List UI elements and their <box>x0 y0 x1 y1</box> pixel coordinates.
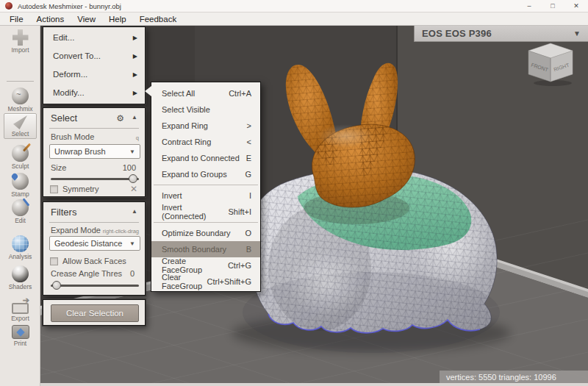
clear-selection-button[interactable]: Clear Selection <box>51 304 139 322</box>
edit-icon <box>12 199 29 216</box>
size-slider[interactable] <box>51 174 139 183</box>
window-bottom-edge <box>40 383 588 386</box>
collapse-panel-icon[interactable]: ▲ <box>132 114 137 121</box>
brush-mode-dropdown[interactable]: Unwrap Brush ▼ <box>49 144 140 159</box>
sidebar-tool-select[interactable]: Select <box>4 113 37 139</box>
menu-item-select-visible[interactable]: Select Visible <box>151 101 260 118</box>
divider <box>49 222 139 223</box>
divider <box>49 128 139 129</box>
crease-angle-slider[interactable] <box>51 281 139 290</box>
tool-menu-edit[interactable]: Edit... ▶ <box>43 29 145 47</box>
sidebar-divider <box>7 81 34 82</box>
title-bar: Autodesk Meshmixer - bunnyr.obj – □ ✕ <box>0 0 588 12</box>
menu-item-select-all[interactable]: Select AllCtrl+A <box>151 85 260 101</box>
symmetry-checkbox[interactable] <box>50 185 58 193</box>
menu-item-clear-facegroup[interactable]: Clear FaceGroupCtrl+Shift+G <box>151 274 260 290</box>
brush-mode-hotkey: q <box>136 135 139 141</box>
printer-selector[interactable]: EOS EOS P396 ▼ <box>414 25 588 42</box>
window-title: Autodesk Meshmixer - bunnyr.obj <box>18 2 121 10</box>
select-tool-menu-panel: Edit... ▶ Convert To... ▶ Deform... ▶ Mo… <box>43 26 146 104</box>
import-icon <box>12 29 29 46</box>
filters-panel-title: Filters <box>51 207 76 218</box>
menu-item-invert-connected[interactable]: Invert (Connected)Shift+I <box>151 204 260 220</box>
tool-sidebar: Import ~ Meshmix Select Sculpt Stamp Edi… <box>0 26 40 386</box>
sculpt-icon <box>12 145 29 162</box>
expand-mode-hint: right-click-drag <box>103 228 139 235</box>
menu-divider <box>154 185 258 185</box>
menu-feedback[interactable]: Feedback <box>133 12 184 26</box>
submenu-arrow-icon: ▶ <box>133 47 137 65</box>
tool-menu-modify[interactable]: Modify... ▶ <box>43 84 145 102</box>
minimize-button[interactable]: – <box>517 0 541 12</box>
menu-item-invert[interactable]: InvertI <box>151 187 260 204</box>
select-panel: Select ⚙ ▲ Brush Mode q Unwrap Brush ▼ S… <box>43 107 146 197</box>
allow-back-faces-label: Allow Back Faces <box>62 257 126 265</box>
crease-angle-slider-knob[interactable] <box>52 281 61 290</box>
collapse-panel-icon[interactable]: ▲ <box>132 208 137 215</box>
analysis-icon <box>12 235 29 252</box>
select-panel-title: Select <box>51 112 77 124</box>
stamp-icon <box>12 173 29 190</box>
sidebar-tool-export[interactable]: Export <box>0 298 40 322</box>
chevron-down-icon: ▼ <box>573 29 581 37</box>
sidebar-tool-import[interactable]: Import <box>0 29 40 54</box>
crease-angle-label: Crease Angle Thres <box>51 269 122 278</box>
gear-icon[interactable]: ⚙ <box>116 113 124 124</box>
expand-mode-label: Expand Mode <box>51 226 101 235</box>
crease-angle-value: 0 <box>130 269 135 278</box>
size-value: 100 <box>123 163 136 172</box>
sidebar-tool-sculpt[interactable]: Sculpt <box>0 145 40 170</box>
sidebar-tool-edit[interactable]: Edit <box>0 199 40 224</box>
menu-item-contract-ring[interactable]: Contract Ring< <box>151 134 260 150</box>
close-button[interactable]: ✕ <box>564 0 588 12</box>
menu-file[interactable]: File <box>3 12 30 26</box>
menu-item-expand-to-connected[interactable]: Expand to ConnectedE <box>151 150 260 166</box>
sidebar-tool-stamp[interactable]: Stamp <box>0 173 40 198</box>
modify-context-menu: Select AllCtrl+A Select Visible Expand R… <box>151 82 261 292</box>
sidebar-tool-print[interactable]: Print <box>0 325 40 347</box>
print-icon <box>12 325 29 339</box>
mesh-stats-badge: vertices: 5550 triangles: 10996 <box>440 371 588 383</box>
mesh-stats-text: vertices: 5550 triangles: 10996 <box>446 373 556 382</box>
menu-item-expand-ring[interactable]: Expand Ring> <box>151 118 260 134</box>
submenu-arrow-icon: ▶ <box>133 65 137 84</box>
shaders-icon <box>12 265 29 282</box>
submenu-arrow-icon: ▶ <box>133 84 137 102</box>
size-label: Size <box>51 163 66 172</box>
menu-item-smooth-boundary[interactable]: Smooth BoundaryB <box>151 241 260 257</box>
clear-selection-panel: Clear Selection <box>43 299 146 326</box>
export-icon <box>12 303 29 314</box>
symmetry-label: Symmetry <box>62 185 99 193</box>
brush-mode-label: Brush Mode <box>51 132 94 141</box>
sidebar-tool-analysis[interactable]: Analysis <box>0 235 40 260</box>
expand-mode-dropdown[interactable]: Geodesic Distance ▼ <box>49 236 140 251</box>
printer-name: EOS EOS P396 <box>422 28 492 39</box>
menu-help[interactable]: Help <box>102 12 133 26</box>
submenu-connector-notch <box>145 86 151 96</box>
select-arrow-icon <box>13 115 27 129</box>
tool-menu-deform[interactable]: Deform... ▶ <box>43 65 145 84</box>
chevron-down-icon: ▼ <box>129 149 135 155</box>
symmetry-clear-icon[interactable]: ✕ <box>130 184 137 194</box>
menu-view[interactable]: View <box>71 12 102 26</box>
view-cube[interactable]: FRONT RIGHT <box>526 42 575 89</box>
menu-bar: File Actions View Help Feedback <box>0 12 588 26</box>
tool-menu-convert-to[interactable]: Convert To... ▶ <box>43 47 145 65</box>
menu-item-create-facegroup[interactable]: Create FaceGroupCtrl+G <box>151 257 260 274</box>
sidebar-tool-meshmix[interactable]: ~ Meshmix <box>0 87 40 112</box>
menu-actions[interactable]: Actions <box>30 12 71 26</box>
menu-item-optimize-boundary[interactable]: Optimize BoundaryO <box>151 225 260 241</box>
size-slider-knob[interactable] <box>129 174 137 183</box>
app-logo-icon <box>5 2 12 10</box>
filters-panel: Filters ▲ Expand Mode right-click-drag G… <box>43 201 146 296</box>
menu-item-expand-to-groups[interactable]: Expand to GroupsG <box>151 166 260 182</box>
allow-back-faces-checkbox[interactable] <box>50 257 58 265</box>
menu-divider <box>154 222 258 223</box>
submenu-arrow-icon: ▶ <box>133 29 137 47</box>
meshmix-icon: ~ <box>12 87 29 104</box>
chevron-down-icon: ▼ <box>129 240 135 247</box>
meshmixer-window: EOS EOS P396 ▼ FRONT RIGHT vertices: 555… <box>0 0 588 386</box>
sidebar-tool-shaders[interactable]: Shaders <box>0 265 40 290</box>
maximize-button[interactable]: □ <box>541 0 564 12</box>
